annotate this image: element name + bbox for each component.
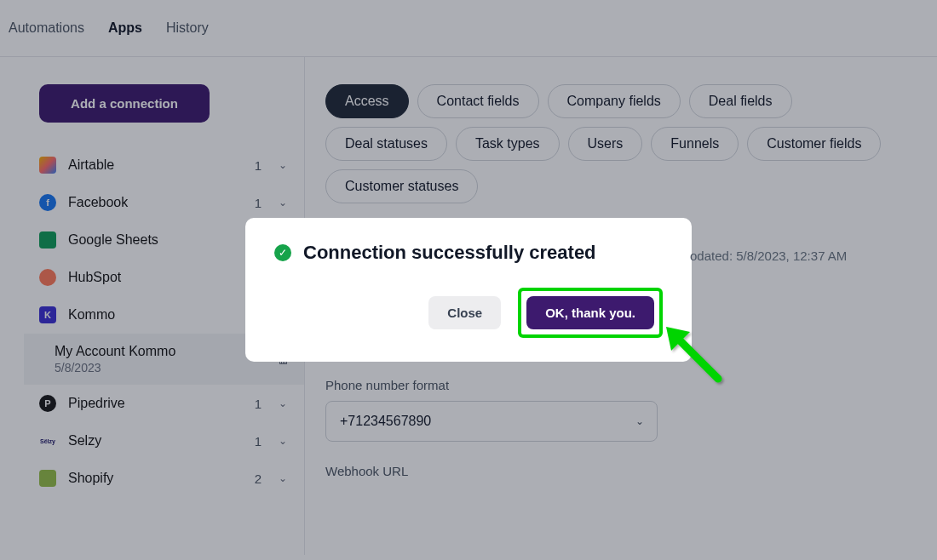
success-modal: ✓ Connection successfully created Close …: [245, 218, 692, 362]
updated-text-visible: odated: 5/8/2023, 12:37 AM: [690, 249, 847, 263]
check-circle-icon: ✓: [274, 244, 291, 261]
close-button[interactable]: Close: [428, 296, 501, 329]
modal-title: Connection successfully created: [303, 242, 596, 264]
ok-highlight: OK, thank you.: [518, 288, 663, 338]
ok-thank-you-button[interactable]: OK, thank you.: [526, 296, 654, 329]
modal-overlay: ✓ Connection successfully created Close …: [0, 0, 937, 560]
